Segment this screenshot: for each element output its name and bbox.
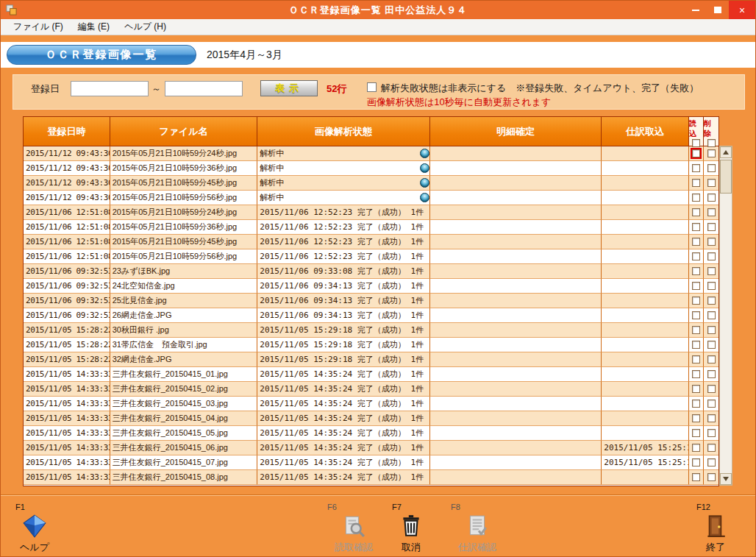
delete-checkbox[interactable]	[707, 311, 716, 319]
load-checkbox[interactable]	[692, 179, 700, 187]
load-checkbox[interactable]	[692, 208, 700, 216]
table-row[interactable]: 2015/11/06 12:51:08 2015年05月21日10時59分45秒…	[24, 235, 718, 249]
delete-checkbox[interactable]	[707, 429, 716, 437]
load-checkbox[interactable]	[692, 385, 700, 393]
load-checkbox[interactable]	[692, 473, 700, 481]
vertical-scrollbar[interactable]	[719, 146, 732, 486]
table-row[interactable]: 2015/11/12 09:43:30 2015年05月21日10時59分56秒…	[24, 191, 718, 205]
hide-failed-checkbox[interactable]	[367, 82, 377, 92]
table-row[interactable]: 2015/11/05 14:33:33 三井住友銀行_20150415_04.j…	[24, 411, 718, 426]
menu-edit[interactable]: 編集 (E)	[71, 18, 116, 35]
minimize-button[interactable]	[685, 1, 707, 19]
table-row[interactable]: 2015/11/05 15:28:22 32網走信金.JPG 2015/11/0…	[24, 352, 718, 367]
delete-checkbox[interactable]	[707, 149, 716, 157]
load-checkbox[interactable]	[692, 164, 700, 172]
delete-checkbox[interactable]	[707, 208, 716, 216]
delete-checkbox[interactable]	[707, 282, 716, 290]
show-button[interactable]: 表示	[260, 80, 318, 96]
status-text: 2015/11/05 15:29:18 完了（成功） 1件	[260, 325, 424, 335]
cell-filename: 2015年05月21日10時59分24秒.jpg	[110, 146, 258, 161]
load-checkbox[interactable]	[692, 370, 700, 378]
load-checkbox[interactable]	[692, 223, 700, 231]
load-checkbox[interactable]	[692, 326, 700, 334]
load-checkbox[interactable]	[692, 297, 700, 305]
table-row[interactable]: 2015/11/05 15:28:22 31帯広信金 預金取引.jpg 2015…	[24, 338, 718, 352]
help-button[interactable]: F1 ヘルプ	[11, 503, 58, 554]
menu-help[interactable]: ヘルプ (H)	[118, 18, 173, 35]
table-row[interactable]: 2015/11/06 12:51:08 2015年05月21日10時59分56秒…	[24, 249, 718, 264]
load-checkbox[interactable]	[692, 311, 700, 319]
load-checkbox[interactable]	[692, 400, 700, 408]
delete-checkbox[interactable]	[707, 370, 716, 378]
load-checkbox[interactable]	[692, 458, 700, 466]
table-row[interactable]: 2015/11/05 14:33:33 三井住友銀行_20150415_02.j…	[24, 382, 718, 397]
delete-checkbox[interactable]	[707, 297, 716, 305]
delete-checkbox[interactable]	[707, 326, 716, 334]
load-checkbox[interactable]	[692, 267, 700, 275]
status-text: 2015/11/06 12:52:23 完了（成功） 1件	[260, 237, 424, 246]
date-to-input[interactable]	[165, 81, 243, 96]
table-row[interactable]: 2015/11/05 14:33:33 三井住友銀行_20150415_07.j…	[24, 455, 718, 470]
cell-registered: 2015/11/05 14:33:33	[24, 470, 110, 485]
delete-checkbox[interactable]	[707, 164, 716, 172]
close-button[interactable]: ×	[729, 1, 755, 19]
delete-checkbox[interactable]	[707, 238, 716, 246]
cell-detail-confirm	[430, 264, 602, 279]
table-row[interactable]: 2015/11/06 12:51:08 2015年05月21日10時59分36秒…	[24, 220, 718, 235]
table-row[interactable]: 2015/11/05 14:33:33 三井住友銀行_20150415_06.j…	[24, 441, 718, 455]
load-checkbox[interactable]	[692, 282, 700, 290]
delete-checkbox[interactable]	[707, 355, 716, 363]
load-checkbox[interactable]	[692, 194, 700, 202]
load-checkbox[interactable]	[692, 444, 700, 452]
delete-checkbox[interactable]	[707, 179, 716, 187]
menu-file[interactable]: ファイル (F)	[7, 18, 70, 35]
date-from-input[interactable]	[71, 81, 149, 96]
cell-filename: 三井住友銀行_20150415_08.jpg	[110, 470, 258, 485]
load-checkbox[interactable]	[692, 429, 700, 437]
cancel-button[interactable]: F7 取消	[388, 503, 435, 554]
load-checkbox[interactable]	[692, 238, 700, 246]
delete-checkbox[interactable]	[707, 444, 716, 452]
delete-checkbox[interactable]	[707, 400, 716, 408]
table-row[interactable]: 2015/11/05 14:33:33 三井住友銀行_20150415_05.j…	[24, 426, 718, 441]
load-checkbox[interactable]	[692, 341, 700, 349]
delete-checkbox[interactable]	[707, 473, 716, 481]
table-row[interactable]: 2015/11/06 09:32:53 25北見信金.jpg 2015/11/0…	[24, 294, 718, 308]
table-row[interactable]: 2015/11/05 14:33:33 三井住友銀行_20150415_01.j…	[24, 367, 718, 382]
cell-registered: 2015/11/05 15:28:22	[24, 352, 110, 367]
status-text: 2015/11/05 14:35:24 完了（成功） 1件	[260, 369, 424, 379]
table-row[interactable]: 2015/11/06 09:32:53 24北空知信金.jpg 2015/11/…	[24, 279, 718, 294]
load-checkbox[interactable]	[692, 149, 700, 157]
table-row[interactable]: 2015/11/06 12:51:08 2015年05月21日10時59分24秒…	[24, 205, 718, 220]
delete-checkbox[interactable]	[707, 341, 716, 349]
delete-checkbox[interactable]	[707, 414, 716, 422]
delete-checkbox[interactable]	[707, 385, 716, 393]
delete-checkbox[interactable]	[707, 194, 716, 202]
table-row[interactable]: 2015/11/12 09:43:30 2015年05月21日10時59分45秒…	[24, 176, 718, 191]
scroll-down-button[interactable]	[720, 473, 732, 485]
table-row[interactable]: 2015/11/06 09:32:53 23みずほBK.jpg 2015/11/…	[24, 264, 718, 279]
table-row[interactable]: 2015/11/12 09:43:30 2015年05月21日10時59分36秒…	[24, 161, 718, 176]
maximize-button[interactable]	[707, 1, 729, 19]
table-row[interactable]: 2015/11/05 14:33:33 三井住友銀行_20150415_03.j…	[24, 397, 718, 411]
page-title: ＯＣＲ登録画像一覧	[7, 45, 196, 65]
load-checkbox[interactable]	[692, 414, 700, 422]
table-row[interactable]: 2015/11/12 09:43:30 2015年05月21日10時59分24秒…	[24, 146, 718, 161]
delete-checkbox[interactable]	[707, 223, 716, 231]
cell-status: 解析中	[257, 176, 430, 191]
scrollbar-thumb[interactable]	[720, 160, 732, 194]
scroll-up-button[interactable]	[720, 146, 732, 158]
cell-delete	[704, 382, 718, 397]
delete-checkbox[interactable]	[707, 267, 716, 275]
load-checkbox[interactable]	[692, 252, 700, 260]
load-checkbox[interactable]	[692, 355, 700, 363]
trash-icon	[397, 512, 425, 540]
exit-button[interactable]: F12 終了	[692, 503, 739, 554]
table-row[interactable]: 2015/11/06 09:32:53 26網走信金.JPG 2015/11/0…	[24, 308, 718, 323]
table-row[interactable]: 2015/11/05 15:28:22 30秋田銀行 .jpg 2015/11/…	[24, 323, 718, 338]
cancel-fkey: F7	[392, 503, 402, 512]
delete-checkbox[interactable]	[707, 458, 716, 466]
table-row[interactable]: 2015/11/05 14:33:33 三井住友銀行_20150415_08.j…	[24, 470, 718, 485]
delete-checkbox[interactable]	[707, 252, 716, 260]
cell-registered: 2015/11/05 14:33:33	[24, 426, 110, 441]
